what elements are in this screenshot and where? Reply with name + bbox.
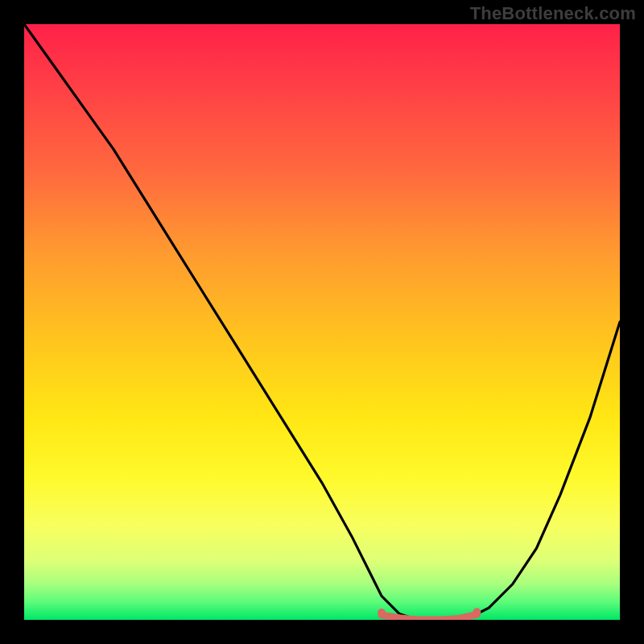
flat-highlight — [382, 614, 477, 620]
bottleneck-curve — [24, 24, 620, 620]
flat-highlight-end-left — [378, 609, 386, 617]
flat-highlight-end-right — [473, 608, 481, 616]
watermark-text: TheBottleneck.com — [470, 3, 636, 24]
chart-frame: TheBottleneck.com — [0, 0, 644, 644]
plot-area — [24, 24, 620, 620]
curve-layer — [24, 24, 620, 620]
